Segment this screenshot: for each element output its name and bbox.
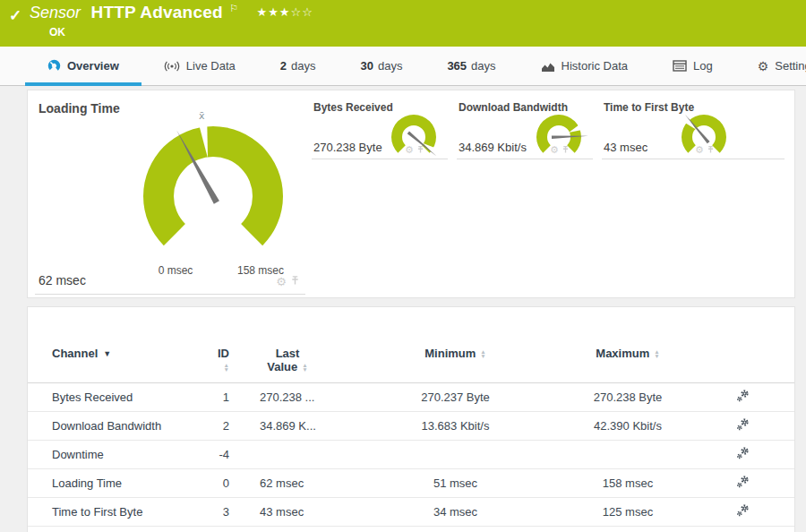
tab-number: 2 [280,59,287,73]
channel-settings-gears-icon[interactable] [690,498,794,527]
gauge-title: Loading Time [39,101,120,116]
tab-label: Historic Data [562,59,628,73]
channel-settings-gears-icon[interactable] [690,469,794,498]
channels-table: Channel▼ ID▲▼ Last Value▲▼ Minimum▲▼ Max… [28,307,794,527]
tab-label: days [378,59,402,73]
gauge-value: 34.869 Kbit/s [459,141,527,154]
settings-icon: ⚙ [758,59,769,73]
table-row: Downtime-4 [28,441,794,469]
time-to-first-byte-cell: Time to First Byte 43 msec ⚙ [602,90,785,159]
sensor-title: HTTP Advanced [91,3,223,21]
column-header-last-value[interactable]: Last Value▲▼ [229,307,346,383]
channel-maximum [565,441,690,469]
loading-time-gauge-cell: Loading Time x̄ 0 msec 158 msec 62 msec … [35,90,305,295]
channel-id: 1 [211,383,229,412]
tab-365-days[interactable]: 365 days [424,47,518,85]
column-header-id[interactable]: ID▲▼ [211,307,229,383]
sensor-header: ✓ Sensor HTTP Advanced ⚐ ★★★☆☆ OK [0,0,806,47]
table-row: Download Bandwidth234.869 K...13.683 Kbi… [28,412,794,441]
channel-name: Loading Time [28,469,211,498]
channel-id: 0 [211,469,229,498]
column-header-minimum[interactable]: Minimum▲▼ [346,307,565,383]
tab-label: Overview [67,59,119,73]
gauge-icon [47,59,61,73]
sensor-type-label: Sensor [30,4,81,21]
pin-icon[interactable] [416,145,424,156]
status-check-icon: ✓ [9,6,21,25]
priority-stars[interactable]: ★★★☆☆ [257,5,313,19]
channel-minimum: 34 msec [346,498,565,527]
sort-icon: ▲▼ [480,350,485,358]
channel-last-value: 34.869 K... [229,412,346,441]
download-bandwidth-gauge [525,108,593,167]
gauge-value: 43 msec [604,141,647,154]
tab-overview[interactable]: Overview [25,47,141,85]
channel-name: Bytes Received [28,383,211,412]
loading-time-gauge: x̄ [128,107,298,263]
priority-flag-icon[interactable]: ⚐ [229,3,238,13]
table-row: Time to First Byte343 msec34 msec125 mse… [28,498,794,527]
sort-icon: ▲▼ [654,350,659,358]
tab-historic-data[interactable]: Historic Data [519,47,650,85]
channel-name: Time to First Byte [28,498,211,527]
log-icon [673,60,687,72]
gauge-value: 270.238 Byte [313,141,382,154]
sort-icon: ▲▼ [224,364,229,372]
tab-label: Live Data [186,59,236,73]
header-label: Minimum [424,347,476,360]
gauge-min-label: 0 msec [144,264,207,277]
channel-last-value [229,441,346,469]
channel-last-value: 62 msec [229,469,346,498]
channel-settings-gears-icon[interactable] [690,412,794,441]
historic-data-icon [541,60,555,73]
pin-icon[interactable] [707,145,715,156]
channel-name: Downtime [28,441,211,469]
stars-filled: ★★★ [257,5,291,19]
stars-empty: ☆☆ [291,5,313,19]
tab-label: Log [693,59,713,73]
tab-settings[interactable]: ⚙ Settings [735,47,806,85]
channel-maximum: 42.390 Kbit/s [565,412,690,441]
tab-30-days[interactable]: 30 days [338,47,424,85]
gauge-settings-gear-icon[interactable]: ⚙ [695,144,704,156]
header-label: Maximum [596,347,649,360]
gauge-settings-gear-icon[interactable]: ⚙ [276,275,287,288]
pin-icon[interactable] [290,275,300,288]
channel-settings-gears-icon[interactable] [690,383,794,412]
channel-id: 3 [211,498,229,527]
column-header-maximum[interactable]: Maximum▲▼ [565,307,690,383]
channel-last-value: 43 msec [229,498,346,527]
table-row: Bytes Received1270.238 ...270.237 Byte27… [28,383,794,412]
svg-text:x̄: x̄ [199,110,205,122]
bytes-received-gauge [380,108,448,167]
channel-settings-gears-icon[interactable] [690,441,794,469]
sort-desc-icon: ▼ [103,349,111,358]
header-label: Channel [52,347,98,360]
column-header-channel[interactable]: Channel▼ [28,307,211,383]
channel-minimum: 51 msec [346,469,565,498]
channel-id: -4 [211,441,229,469]
pin-icon[interactable] [562,145,570,156]
tab-label: days [291,59,315,73]
tab-label: days [471,59,495,73]
column-header-actions [690,307,794,383]
channel-maximum: 270.238 Byte [565,383,690,412]
header-label: ID [218,347,229,360]
tab-log[interactable]: Log [650,47,735,85]
channels-table-panel: Channel▼ ID▲▼ Last Value▲▼ Minimum▲▼ Max… [27,306,795,532]
tab-2-days[interactable]: 2 days [258,47,339,85]
channel-maximum: 158 msec [565,469,690,498]
gauges-panel: Loading Time x̄ 0 msec 158 msec 62 msec … [27,90,795,298]
tab-label: Settings [775,59,806,73]
tab-number: 30 [360,59,373,73]
channel-minimum: 13.683 Kbit/s [346,412,565,441]
tab-bar: Overview Live Data 2 days 30 days 365 da… [0,47,806,86]
gauge-settings-gear-icon[interactable]: ⚙ [405,144,414,156]
tab-number: 365 [447,59,467,73]
channel-name: Download Bandwidth [28,412,211,441]
gauge-settings-gear-icon[interactable]: ⚙ [550,144,559,156]
tab-live-data[interactable]: Live Data [141,47,258,85]
time-to-first-byte-gauge [670,108,738,167]
bytes-received-cell: Bytes Received 270.238 Byte ⚙ [312,90,448,159]
header-label: Last [229,347,346,360]
